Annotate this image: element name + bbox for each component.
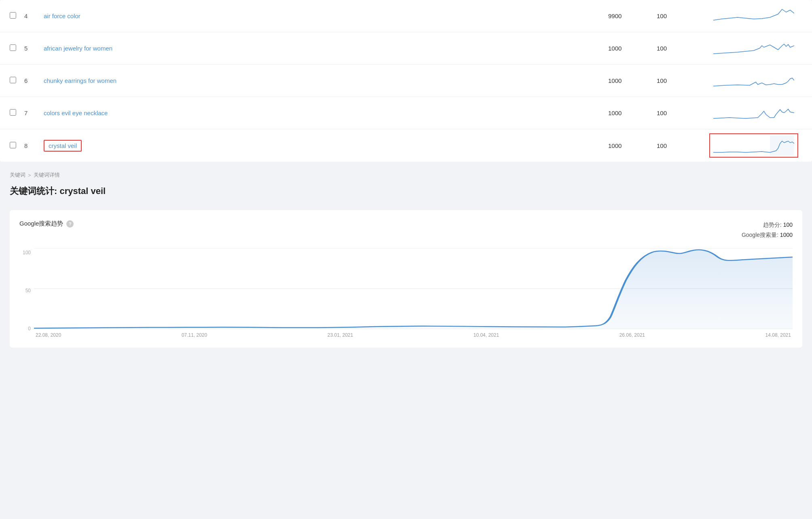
row-4-score: 100 — [657, 13, 705, 19]
row-8-volume: 1000 — [608, 142, 657, 149]
search-volume-label: Google搜索量: — [742, 232, 778, 238]
x-label-1: 22.08, 2020 — [36, 332, 61, 338]
stats-title: 关键词统计: crystal veil — [10, 185, 802, 197]
row-4-num: 4 — [24, 13, 44, 19]
chart-header: Google搜索趋势 ? 趋势分: 100 Google搜索量: 1000 — [19, 220, 793, 240]
row-7-score: 100 — [657, 110, 705, 116]
row-7-chart — [705, 101, 802, 125]
row-5-volume: 1000 — [608, 45, 657, 52]
x-label-5: 26.06, 2021 — [620, 332, 645, 338]
table-section: 4 air force color 9900 100 5 african jew… — [0, 0, 812, 162]
row-5-checkbox[interactable] — [10, 44, 16, 51]
row-checkbox-col — [10, 142, 24, 150]
y-label-100: 100 — [19, 250, 31, 255]
x-label-4: 10.04, 2021 — [474, 332, 499, 338]
row-5-chart — [705, 36, 802, 61]
breadcrumb-section: 关键词 > 关键词详情 — [0, 162, 812, 182]
chart-body: 100 50 0 — [19, 248, 793, 338]
stats-section: 关键词统计: crystal veil — [0, 182, 812, 210]
x-label-6: 14.08, 2021 — [765, 332, 791, 338]
row-5-score: 100 — [657, 45, 705, 52]
breadcrumb-parent[interactable]: 关键词 — [10, 171, 25, 179]
row-5-num: 5 — [24, 45, 44, 52]
row-6-score: 100 — [657, 77, 705, 84]
row-checkbox-col — [10, 44, 24, 52]
row-checkbox-col — [10, 109, 24, 117]
y-label-50: 50 — [19, 288, 31, 293]
search-volume-line: Google搜索量: 1000 — [742, 230, 793, 240]
x-label-2: 07.11, 2020 — [182, 332, 207, 338]
row-7-num: 7 — [24, 110, 44, 116]
row-8-keyword-col: crystal veil — [44, 140, 608, 152]
row-6-checkbox[interactable] — [10, 77, 16, 83]
breadcrumb: 关键词 > 关键词详情 — [10, 171, 802, 179]
row-checkbox-col — [10, 77, 24, 84]
search-volume-value: 1000 — [780, 232, 793, 238]
table-row: 6 chunky earrings for women 1000 100 — [0, 65, 812, 97]
row-8-chart — [705, 133, 802, 158]
row-8-score: 100 — [657, 142, 705, 149]
chart-meta: 趋势分: 100 Google搜索量: 1000 — [742, 220, 793, 240]
row-8-chart-highlight — [709, 133, 798, 158]
trend-score-label: 趋势分: — [763, 222, 782, 228]
row-7-volume: 1000 — [608, 110, 657, 116]
row-5-keyword-col: african jewelry for women — [44, 45, 608, 52]
row-4-chart — [705, 4, 802, 28]
row-7-keyword-link[interactable]: colors evil eye necklace — [44, 110, 108, 116]
chart-svg-wrapper: 22.08, 2020 07.11, 2020 23.01, 2021 10.0… — [34, 248, 793, 338]
x-label-3: 23.01, 2021 — [328, 332, 353, 338]
page-wrapper: 4 air force color 9900 100 5 african jew… — [0, 0, 812, 519]
row-4-checkbox[interactable] — [10, 12, 16, 19]
table-row: 7 colors evil eye necklace 1000 100 — [0, 97, 812, 129]
breadcrumb-current: 关键词详情 — [34, 171, 60, 179]
row-4-keyword-link[interactable]: air force color — [44, 13, 80, 19]
row-7-checkbox[interactable] — [10, 109, 16, 116]
breadcrumb-separator: > — [28, 172, 31, 178]
row-4-volume: 9900 — [608, 13, 657, 19]
row-8-num: 8 — [24, 142, 44, 149]
table-row: 5 african jewelry for women 1000 100 — [0, 32, 812, 65]
y-axis-labels: 100 50 0 — [19, 248, 34, 338]
table-row: 4 air force color 9900 100 — [0, 0, 812, 32]
x-axis-labels: 22.08, 2020 07.11, 2020 23.01, 2021 10.0… — [34, 332, 793, 338]
row-7-keyword-col: colors evil eye necklace — [44, 110, 608, 116]
chart-title: Google搜索趋势 — [19, 220, 63, 228]
row-6-volume: 1000 — [608, 77, 657, 84]
row-6-keyword-link[interactable]: chunky earrings for women — [44, 77, 116, 84]
row-5-keyword-link[interactable]: african jewelry for women — [44, 45, 112, 52]
row-6-chart — [705, 69, 802, 93]
row-8-checkbox[interactable] — [10, 142, 16, 148]
row-8-keyword-link[interactable]: crystal veil — [49, 142, 77, 149]
info-icon[interactable]: ? — [66, 220, 74, 228]
svg-rect-0 — [770, 135, 794, 156]
row-4-keyword-col: air force color — [44, 13, 608, 19]
trend-score-line: 趋势分: 100 — [742, 220, 793, 230]
main-chart-svg — [34, 248, 793, 329]
row-6-num: 6 — [24, 77, 44, 84]
y-label-0: 0 — [19, 326, 31, 331]
table-row-highlighted: 8 crystal veil 1000 100 — [0, 129, 812, 162]
row-checkbox-col — [10, 12, 24, 20]
row-6-keyword-col: chunky earrings for women — [44, 77, 608, 84]
row-8-keyword-highlight: crystal veil — [44, 140, 82, 152]
chart-title-group: Google搜索趋势 ? — [19, 220, 74, 228]
trend-score-value: 100 — [783, 222, 793, 228]
chart-card: Google搜索趋势 ? 趋势分: 100 Google搜索量: 1000 10… — [10, 210, 802, 348]
